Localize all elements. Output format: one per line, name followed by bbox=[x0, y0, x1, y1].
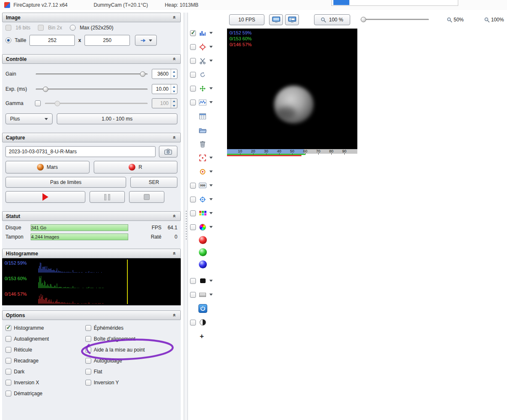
tool-histogram[interactable] bbox=[190, 26, 222, 40]
gain-spinner[interactable]: 3600 bbox=[152, 69, 177, 79]
option-checkbox[interactable] bbox=[5, 336, 11, 342]
option-dematricage[interactable]: Dématriçage bbox=[5, 388, 85, 399]
gain-slider[interactable] bbox=[35, 71, 148, 77]
gamma-spinner[interactable]: 100 bbox=[152, 98, 177, 108]
histogram-icon[interactable] bbox=[198, 29, 207, 37]
collapse-icon[interactable] bbox=[171, 312, 177, 318]
option-histogramme[interactable]: Histogramme bbox=[5, 323, 85, 333]
tool-add[interactable]: + bbox=[190, 329, 222, 343]
collapse-icon[interactable] bbox=[171, 213, 177, 219]
gamma-checkbox[interactable] bbox=[35, 100, 41, 106]
height-field[interactable]: 250 bbox=[84, 35, 130, 46]
chevron-down-icon[interactable] bbox=[209, 198, 213, 200]
spin-up-icon[interactable] bbox=[171, 69, 177, 74]
snapshot-button[interactable] bbox=[159, 146, 177, 158]
chevron-down-icon[interactable] bbox=[209, 32, 213, 34]
rotate-icon[interactable] bbox=[198, 71, 207, 79]
chevron-down-icon[interactable] bbox=[209, 101, 213, 103]
spin-down-icon[interactable] bbox=[171, 103, 177, 108]
tool-roi-target[interactable] bbox=[190, 151, 222, 165]
target-orange-icon[interactable] bbox=[198, 168, 207, 176]
option-flat[interactable]: Flat bbox=[85, 366, 145, 377]
option-checkbox[interactable] bbox=[85, 369, 91, 375]
spin-down-icon[interactable] bbox=[171, 74, 177, 79]
tool-derotation[interactable] bbox=[190, 68, 222, 81]
tool-guide-target[interactable] bbox=[190, 192, 222, 206]
statut-section-header[interactable]: Statut bbox=[2, 211, 181, 221]
collapse-icon[interactable] bbox=[171, 134, 177, 141]
collapse-icon[interactable] bbox=[171, 250, 177, 257]
exp-slider-knob[interactable] bbox=[43, 87, 48, 92]
option-dark[interactable]: Dark bbox=[5, 366, 85, 377]
record-button[interactable] bbox=[5, 191, 85, 203]
collapse-icon[interactable] bbox=[171, 14, 177, 21]
zoom-slider-knob[interactable] bbox=[361, 17, 366, 22]
counter-999-icon[interactable]: 999 bbox=[198, 181, 207, 190]
stop-button[interactable] bbox=[129, 191, 164, 203]
tool-checkbox[interactable] bbox=[190, 30, 196, 36]
tool-channel-green[interactable] bbox=[190, 246, 222, 258]
pause-button[interactable] bbox=[90, 191, 125, 203]
taille-radio[interactable] bbox=[5, 37, 11, 43]
tool-debayer[interactable] bbox=[190, 206, 222, 220]
folder-icon[interactable] bbox=[198, 126, 207, 134]
controle-section-header[interactable]: Contrôle bbox=[2, 54, 181, 64]
tool-flat-frame[interactable] bbox=[190, 288, 222, 302]
option-recadrage[interactable]: Recadrage bbox=[5, 355, 85, 366]
tool-contrast[interactable] bbox=[190, 315, 222, 329]
option-checkbox[interactable] bbox=[85, 325, 91, 331]
waveform-icon[interactable] bbox=[198, 98, 207, 107]
tool-log-table[interactable] bbox=[190, 109, 222, 123]
tool-checkbox[interactable] bbox=[190, 224, 196, 230]
capture-section-header[interactable]: Capture bbox=[2, 133, 181, 142]
color-wheel-icon[interactable] bbox=[198, 223, 207, 231]
gamma-slider[interactable] bbox=[44, 100, 148, 107]
panel-splitter[interactable] bbox=[184, 13, 188, 420]
chevron-down-icon[interactable] bbox=[209, 184, 213, 186]
option-checkbox[interactable] bbox=[5, 325, 11, 331]
object-button[interactable]: Mars bbox=[5, 161, 90, 173]
chevron-down-icon[interactable] bbox=[209, 280, 213, 282]
option-checkbox[interactable] bbox=[5, 358, 11, 364]
bin2x-checkbox[interactable] bbox=[38, 25, 44, 31]
chevron-down-icon[interactable] bbox=[209, 87, 213, 89]
tool-checkbox[interactable] bbox=[190, 278, 196, 284]
limit-button[interactable]: Pas de limites bbox=[5, 177, 126, 188]
move-icon[interactable] bbox=[198, 84, 207, 93]
max-radio[interactable] bbox=[70, 25, 76, 31]
contrast-icon[interactable] bbox=[198, 318, 207, 327]
option-autoalignement[interactable]: Autoalignement bbox=[5, 333, 85, 344]
tool-dark-frame[interactable] bbox=[190, 274, 222, 288]
option-inversion-x[interactable]: Inversion X bbox=[5, 377, 85, 388]
option-checkbox[interactable] bbox=[85, 336, 91, 342]
black-square-icon[interactable] bbox=[198, 277, 207, 285]
gain-value[interactable]: 3600 bbox=[152, 69, 171, 79]
red-sphere-icon[interactable] bbox=[198, 236, 207, 244]
tool-open-folder[interactable] bbox=[190, 123, 222, 137]
option-checkbox[interactable] bbox=[85, 358, 91, 364]
gain-slider-knob[interactable] bbox=[140, 71, 145, 77]
target-blue-icon[interactable] bbox=[198, 195, 207, 204]
histogramme-section-header[interactable]: Histogramme bbox=[2, 249, 181, 258]
option-checkbox[interactable] bbox=[5, 347, 11, 353]
fullscreen-button[interactable] bbox=[269, 14, 283, 25]
option-checkbox[interactable] bbox=[5, 391, 11, 396]
rgb-grid-icon[interactable] bbox=[198, 209, 207, 218]
crosshair-icon[interactable] bbox=[198, 43, 207, 51]
table-icon[interactable] bbox=[198, 112, 207, 121]
trash-icon[interactable] bbox=[198, 140, 207, 148]
tool-power[interactable] bbox=[190, 302, 222, 315]
tool-checkbox[interactable] bbox=[190, 100, 196, 105]
tool-crop[interactable] bbox=[190, 54, 222, 68]
chevron-down-icon[interactable] bbox=[209, 46, 213, 48]
tool-checkbox[interactable] bbox=[190, 197, 196, 202]
splitter-grip[interactable] bbox=[185, 210, 187, 240]
zoom-slider[interactable] bbox=[360, 16, 430, 23]
power-icon[interactable] bbox=[198, 304, 207, 313]
tool-graph[interactable] bbox=[190, 95, 222, 109]
tool-color-balance[interactable] bbox=[190, 220, 222, 234]
collapse-icon[interactable] bbox=[171, 56, 177, 62]
spin-up-icon[interactable] bbox=[171, 99, 177, 103]
tool-checkbox[interactable] bbox=[190, 292, 196, 298]
gamma-slider-knob[interactable] bbox=[55, 101, 60, 106]
